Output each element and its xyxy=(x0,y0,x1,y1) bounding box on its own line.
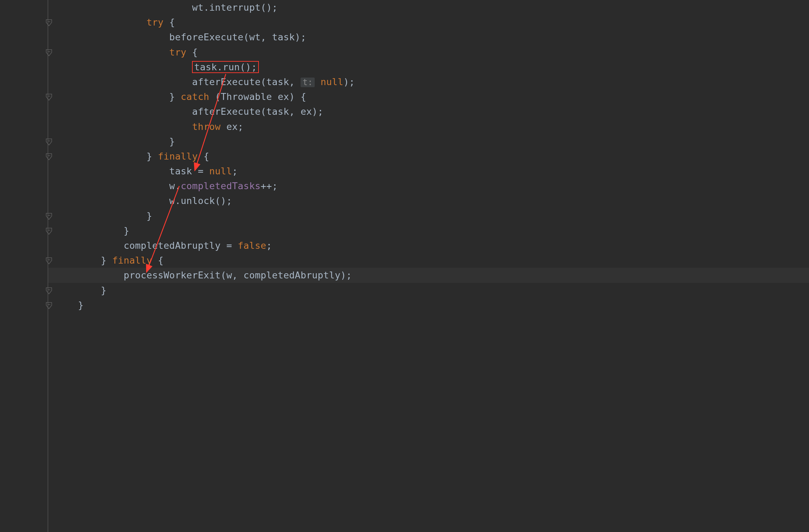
code-token: finally xyxy=(158,151,198,162)
code-token: (Throwable ex) { xyxy=(209,91,306,102)
code-area[interactable]: wt.interrupt(); try { beforeExecute(wt, … xyxy=(48,0,809,532)
code-line[interactable]: afterExecute(task, t: null); xyxy=(48,74,809,89)
code-token: w.unlock(); xyxy=(169,195,232,206)
code-token: { xyxy=(198,151,209,162)
code-line[interactable]: try { xyxy=(48,15,809,30)
code-token: try xyxy=(146,17,164,28)
code-token: } xyxy=(169,136,175,147)
code-token: ++; xyxy=(261,181,278,191)
code-editor[interactable]: wt.interrupt(); try { beforeExecute(wt, … xyxy=(0,0,809,532)
code-line[interactable]: completedAbruptly = false; xyxy=(48,238,809,253)
code-token: ; xyxy=(266,240,272,251)
code-line[interactable]: } xyxy=(48,298,809,313)
code-token: { xyxy=(186,47,198,58)
code-token: } xyxy=(78,300,84,310)
code-token: catch xyxy=(181,91,209,102)
editor-gutter xyxy=(0,0,48,532)
code-token: try xyxy=(169,47,186,58)
code-token: processWorkerExit(w, completedAbruptly); xyxy=(124,270,352,280)
code-line[interactable]: w.completedTasks++; xyxy=(48,178,809,193)
code-token: false xyxy=(238,240,266,251)
code-token: ex; xyxy=(221,121,243,132)
highlighted-call-box: task.run(); xyxy=(192,61,259,73)
code-token: } xyxy=(146,151,158,162)
code-token: task = xyxy=(169,166,209,176)
code-token: afterExecute(task, xyxy=(192,76,301,87)
code-token: { xyxy=(164,17,175,28)
code-line[interactable]: wt.interrupt(); xyxy=(48,0,809,15)
code-line[interactable]: task.run(); xyxy=(48,60,809,74)
param-hint: t: xyxy=(301,78,315,87)
code-token: beforeExecute(wt, task); xyxy=(169,32,306,42)
code-line[interactable]: throw ex; xyxy=(48,119,809,134)
code-line[interactable]: } xyxy=(48,223,809,238)
code-token: completedTasks xyxy=(181,181,261,191)
code-line[interactable]: } xyxy=(48,208,809,223)
code-token: ); xyxy=(343,76,355,87)
code-token: null xyxy=(209,166,232,176)
code-token: } xyxy=(124,225,130,236)
code-token: } xyxy=(101,285,107,296)
code-lines-container: wt.interrupt(); try { beforeExecute(wt, … xyxy=(48,0,809,313)
code-line[interactable]: processWorkerExit(w, completedAbruptly); xyxy=(48,268,809,283)
code-line[interactable]: task = null; xyxy=(48,164,809,178)
code-token: } xyxy=(146,211,152,221)
code-line[interactable]: } xyxy=(48,283,809,298)
code-token: afterExecute(task, ex); xyxy=(192,106,323,117)
code-token: } xyxy=(101,255,112,266)
code-token: finally xyxy=(112,255,152,266)
code-token: { xyxy=(152,255,163,266)
code-token: w. xyxy=(169,181,181,191)
code-token: wt.interrupt(); xyxy=(192,2,277,13)
code-line[interactable]: } catch (Throwable ex) { xyxy=(48,89,809,104)
code-token xyxy=(315,76,321,87)
code-line[interactable]: try { xyxy=(48,45,809,60)
code-line[interactable]: } finally { xyxy=(48,149,809,164)
code-token: completedAbruptly = xyxy=(124,240,238,251)
code-line[interactable]: } finally { xyxy=(48,253,809,268)
code-line[interactable]: w.unlock(); xyxy=(48,193,809,208)
code-line[interactable]: } xyxy=(48,134,809,149)
code-token: throw xyxy=(192,121,221,132)
code-token: } xyxy=(169,91,181,102)
code-line[interactable]: afterExecute(task, ex); xyxy=(48,104,809,119)
code-line[interactable]: beforeExecute(wt, task); xyxy=(48,30,809,44)
code-token: ; xyxy=(232,166,238,176)
code-token: null xyxy=(321,76,343,87)
